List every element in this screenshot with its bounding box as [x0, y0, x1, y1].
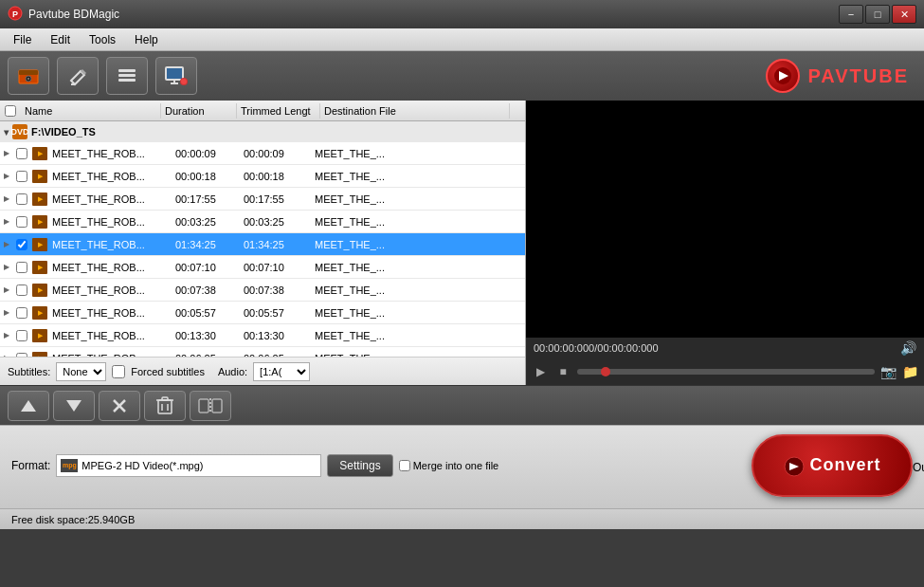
- subtitles-select[interactable]: None: [56, 362, 106, 381]
- audio-select[interactable]: [1:A(: [253, 362, 310, 381]
- table-row[interactable]: ▶ MEET_THE_ROB... 00:05:57 00:05:57 MEET…: [0, 302, 525, 324]
- svg-rect-7: [118, 69, 136, 72]
- titlebar-text: Pavtube BDMagic: [28, 8, 839, 21]
- row-video-icon: [30, 306, 49, 320]
- delete-button[interactable]: [144, 391, 186, 421]
- select-all-checkbox[interactable]: [5, 105, 16, 117]
- row-checkbox-wrap: [13, 284, 30, 296]
- table-row[interactable]: ▶ MEET_THE_ROB... 00:07:38 00:07:38 MEET…: [0, 279, 525, 302]
- header-destination: Destination File: [320, 103, 510, 119]
- remove-button[interactable]: [99, 391, 140, 421]
- row-trimmed: 00:17:55: [241, 193, 312, 205]
- convert-label: Convert: [809, 455, 880, 475]
- table-row[interactable]: ▶ MEET_THE_ROB... 00:13:30 00:13:30 MEET…: [0, 324, 525, 347]
- merge-checkbox[interactable]: [399, 460, 410, 471]
- subtitles-label: Subtitles:: [8, 366, 50, 377]
- row-checkbox-wrap: [13, 216, 30, 228]
- table-row[interactable]: ▶ MEET_THE_ROB... 01:34:25 01:34:25 MEET…: [0, 233, 525, 256]
- row-destination: MEET_THE_...: [312, 216, 525, 228]
- preview-time: 00:00:00:000/00:00:00:000 🔊: [526, 338, 924, 358]
- row-expand: ▶: [0, 172, 13, 180]
- menu-tools[interactable]: Tools: [80, 31, 125, 48]
- row-trimmed: 01:34:25: [241, 239, 312, 250]
- settings-button[interactable]: Settings: [327, 454, 392, 477]
- row-checkbox[interactable]: [16, 330, 27, 341]
- row-checkbox[interactable]: [16, 216, 27, 228]
- preview-screen: [526, 101, 924, 338]
- monitor-button[interactable]: [155, 57, 197, 95]
- table-row[interactable]: ▶ MEET_THE_ROB... 00:06:25 00:06:25 MEET…: [0, 347, 525, 357]
- move-down-button[interactable]: [53, 391, 95, 421]
- svg-point-5: [27, 78, 29, 80]
- list-button[interactable]: [106, 57, 148, 95]
- folder-icon[interactable]: 📁: [902, 364, 918, 379]
- row-video-icon: [30, 284, 49, 297]
- row-trimmed: 00:07:10: [241, 262, 312, 273]
- svg-text:P: P: [12, 9, 18, 19]
- stop-button[interactable]: ■: [554, 363, 571, 380]
- row-checkbox[interactable]: [16, 193, 27, 205]
- output-row: Output: Select a profile. ▼ Browse Open: [913, 453, 924, 482]
- preview-panel: 00:00:00:000/00:00:00:000 🔊 ▶ ■ 📷 📁: [526, 101, 924, 385]
- merge-label: Merge into one file: [413, 460, 499, 471]
- row-checkbox[interactable]: [16, 307, 27, 319]
- progress-thumb[interactable]: [601, 367, 610, 376]
- minimize-button[interactable]: −: [839, 5, 863, 24]
- row-video-icon: [30, 352, 49, 358]
- row-video-icon: [30, 193, 49, 206]
- row-checkbox-wrap: [13, 330, 30, 341]
- move-up-button[interactable]: [8, 391, 49, 421]
- volume-icon: 🔊: [900, 340, 916, 356]
- forced-subtitles-checkbox[interactable]: [112, 365, 125, 378]
- row-duration: 00:07:38: [172, 284, 241, 296]
- svg-rect-21: [158, 400, 172, 413]
- close-button[interactable]: ✕: [892, 5, 916, 24]
- row-checkbox-wrap: [13, 193, 30, 205]
- table-row[interactable]: ▶ MEET_THE_ROB... 00:00:18 00:00:18 MEET…: [0, 165, 525, 188]
- row-checkbox[interactable]: [16, 148, 27, 159]
- row-name: MEET_THE_ROB...: [49, 284, 172, 296]
- row-trimmed: 00:07:38: [241, 284, 312, 296]
- menu-edit[interactable]: Edit: [41, 31, 80, 48]
- table-row[interactable]: ▶ MEET_THE_ROB... 00:03:25 00:03:25 MEET…: [0, 211, 525, 233]
- row-checkbox[interactable]: [16, 171, 27, 182]
- output-label: Output:: [913, 461, 924, 474]
- edit-button[interactable]: [57, 57, 99, 95]
- row-checkbox-wrap: [13, 239, 30, 250]
- table-row[interactable]: ▶ MEET_THE_ROB... 00:00:09 00:00:09 MEET…: [0, 142, 525, 165]
- row-checkbox[interactable]: [16, 262, 27, 273]
- progress-bar[interactable]: [577, 369, 875, 375]
- split-button[interactable]: [190, 391, 231, 421]
- row-expand: ▶: [0, 149, 13, 157]
- merge-check-label: Merge into one file: [399, 460, 499, 471]
- table-row[interactable]: ▶ MEET_THE_ROB... 00:07:10 00:07:10 MEET…: [0, 256, 525, 279]
- sub-audio-bar: Subtitles: None Forced subtitles Audio: …: [0, 357, 525, 385]
- svg-rect-9: [118, 79, 136, 82]
- table-row[interactable]: ▶ MEET_THE_ROB... 00:17:55 00:17:55 MEET…: [0, 188, 525, 211]
- convert-button[interactable]: Convert: [752, 434, 913, 497]
- row-trimmed: 00:05:57: [241, 307, 312, 319]
- logo-text: PAVTUBE: [807, 65, 909, 87]
- row-checkbox-wrap: [13, 148, 30, 159]
- svg-rect-3: [19, 70, 38, 75]
- row-checkbox[interactable]: [16, 239, 27, 250]
- row-expand: ▶: [0, 331, 13, 339]
- row-destination: MEET_THE_...: [312, 262, 525, 273]
- svg-rect-23: [162, 397, 168, 400]
- menu-help[interactable]: Help: [125, 31, 168, 48]
- open-disc-button[interactable]: [8, 57, 49, 95]
- menu-file[interactable]: File: [4, 31, 41, 48]
- row-duration: 00:05:57: [172, 307, 241, 319]
- maximize-button[interactable]: □: [865, 5, 890, 24]
- row-duration: 00:00:09: [172, 148, 241, 159]
- format-icon: mpg: [61, 459, 78, 472]
- row-checkbox[interactable]: [16, 284, 27, 296]
- row-destination: MEET_THE_...: [312, 284, 525, 296]
- group-path: F:\VIDEO_TS: [31, 126, 96, 138]
- play-button[interactable]: ▶: [532, 363, 549, 380]
- snapshot-icon[interactable]: 📷: [880, 364, 897, 379]
- row-duration: 00:07:10: [172, 262, 241, 273]
- preview-controls: ▶ ■ 📷 📁: [526, 358, 924, 385]
- row-video-icon: [30, 238, 49, 251]
- row-destination: MEET_THE_...: [312, 330, 525, 341]
